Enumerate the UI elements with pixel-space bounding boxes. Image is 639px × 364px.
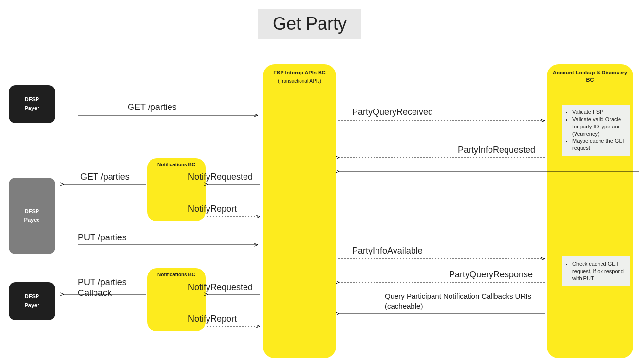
actor-label: Payer xyxy=(25,301,39,310)
column-header: FSP Interop APIs BC xyxy=(263,64,336,76)
actor-label: DFSP xyxy=(25,207,39,216)
diagram-stage: Get Party DFSP Payer DFSP Payee DFSP Pay… xyxy=(0,0,639,364)
msg-party-info-available: PartyInfoAvailable xyxy=(352,246,423,256)
actor-label: Payer xyxy=(25,104,39,113)
actor-dfsp-payee: DFSP Payee xyxy=(9,178,55,254)
msg-notify-requested-2: NotifyRequested xyxy=(188,282,253,292)
msg-party-query-response: PartyQueryResponse xyxy=(449,270,533,280)
note-cache: Check cached GET request, if ok respond … xyxy=(562,256,630,286)
msg-get-parties-mid: GET /parties xyxy=(80,172,130,182)
box-title: Notifications BC xyxy=(157,162,195,167)
note-validate: Validate FSP Validate valid Oracle for p… xyxy=(562,105,630,156)
actor-dfsp-payer-top: DFSP Payer xyxy=(9,85,55,123)
note-item: Maybe cache the GET request xyxy=(572,137,626,152)
column-header: Account Lookup & Discovery BC xyxy=(547,64,633,84)
msg-notify-report-2: NotifyReport xyxy=(188,314,237,324)
note-item: Validate valid Oracle for party ID type … xyxy=(572,116,626,138)
msg-get-parties-top: GET /parties xyxy=(128,102,177,112)
msg-query-callbacks-l2: (cacheable) xyxy=(385,302,423,310)
diagram-title: Get Party xyxy=(258,9,361,39)
msg-party-query-received: PartyQueryReceived xyxy=(352,107,433,117)
msg-put-parties-cb-l2: Callback xyxy=(78,288,112,298)
msg-party-info-requested: PartyInfoRequested xyxy=(458,145,535,155)
column-subheader: (Transactional APIs) xyxy=(263,78,336,84)
actor-label: DFSP xyxy=(25,95,39,104)
actor-label: Payee xyxy=(24,216,40,225)
note-item: Validate FSP xyxy=(572,109,626,116)
box-title: Notifications BC xyxy=(157,272,195,277)
msg-notify-requested-1: NotifyRequested xyxy=(188,172,253,182)
actor-label: DFSP xyxy=(25,292,39,301)
msg-query-callbacks-l1: Query Participant Notification Callbacks… xyxy=(385,292,531,300)
note-item: Check cached GET request, if ok respond … xyxy=(572,260,626,282)
msg-notify-report-1: NotifyReport xyxy=(188,204,237,214)
column-fsp-interop: FSP Interop APIs BC (Transactional APIs) xyxy=(263,64,336,358)
msg-put-parties: PUT /parties xyxy=(78,233,127,243)
actor-dfsp-payer-bot: DFSP Payer xyxy=(9,282,55,320)
msg-put-parties-cb-l1: PUT /parties xyxy=(78,277,127,288)
